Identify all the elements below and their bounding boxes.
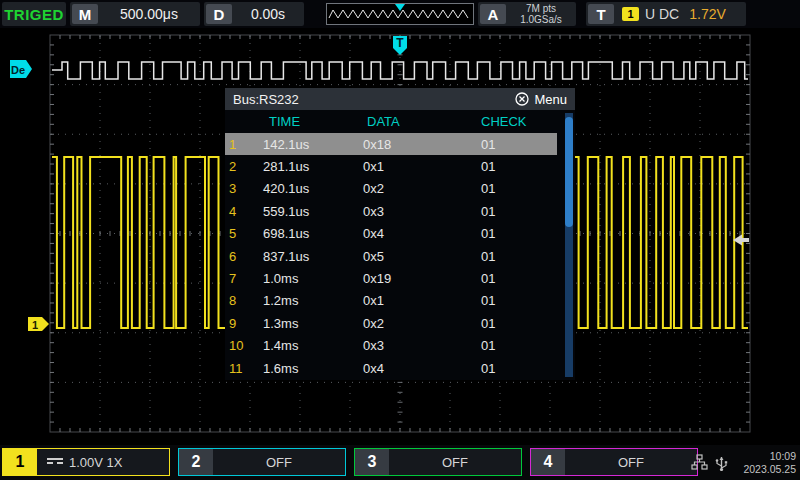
acquisition-rate: 1.0GSa/s — [506, 14, 576, 25]
popup-scrollbar[interactable] — [565, 113, 573, 377]
clock-date: 2023.05.25 — [743, 463, 796, 476]
bus-table-row[interactable]: 3420.1us0x201 — [225, 178, 575, 200]
row-data: 0x2 — [363, 316, 481, 331]
row-time: 837.1us — [263, 249, 363, 264]
channel-1-status: 1.00V 1X — [37, 455, 169, 470]
row-time: 698.1us — [263, 226, 363, 241]
top-status-bar: TRIGED M 500.00μs D 0.00s A 7M pts 1.0GS… — [0, 0, 800, 28]
row-check: 01 — [481, 361, 551, 376]
bus-table-row[interactable]: 1142.1us0x1801 — [225, 133, 557, 155]
row-time: 281.1us — [263, 159, 363, 174]
channel-3-box[interactable]: 3OFF — [354, 448, 522, 476]
channel-2-status: OFF — [213, 455, 345, 470]
channel-2-badge: 2 — [179, 449, 213, 475]
bus-decode-popup: Bus:RS232 Menu TIME DATA CHECK 1142.1us0… — [225, 88, 575, 380]
channel-3-status: OFF — [389, 455, 521, 470]
row-data: 0x2 — [363, 181, 481, 196]
acquisition-info: 7M pts 1.0GSa/s — [506, 3, 576, 25]
bus-table-row[interactable]: 101.4ms0x301 — [225, 335, 575, 357]
row-check: 01 — [481, 316, 551, 331]
row-data: 0x19 — [363, 271, 481, 286]
record-preview — [326, 3, 474, 25]
system-status-icons — [691, 445, 728, 480]
row-time: 1.2ms — [263, 293, 363, 308]
trigger-level-value: 1.72V — [689, 6, 726, 22]
row-check: 01 — [481, 159, 551, 174]
channel-4-status: OFF — [565, 455, 697, 470]
column-check: CHECK — [481, 114, 551, 129]
row-data: 0x4 — [363, 361, 481, 376]
row-check: 01 — [481, 293, 551, 308]
row-data: 0x3 — [363, 204, 481, 219]
column-time: TIME — [263, 114, 363, 129]
row-check: 01 — [481, 137, 551, 152]
acquisition-segment[interactable]: A 7M pts 1.0GSa/s — [478, 2, 576, 26]
trigger-status-text: TRIGED — [4, 6, 64, 23]
row-data: 0x4 — [363, 226, 481, 241]
bus-table-row[interactable]: 81.2ms0x101 — [225, 290, 575, 312]
row-num: 10 — [229, 338, 263, 353]
channel-3-badge: 3 — [355, 449, 389, 475]
menu-button[interactable]: Menu — [515, 92, 567, 107]
row-data: 0x1 — [363, 159, 481, 174]
bus-table-row[interactable]: 91.3ms0x201 — [225, 312, 575, 334]
channel-1-badge: 1 — [3, 449, 37, 475]
clock-time: 10:09 — [743, 450, 796, 463]
channel-4-badge: 4 — [531, 449, 565, 475]
bottom-channel-bar: 11.00V 1X2OFF3OFF4OFF 10:09 2023.05.25 — [0, 445, 800, 480]
row-time: 1.0ms — [263, 271, 363, 286]
column-data: DATA — [363, 114, 481, 129]
row-time: 1.4ms — [263, 338, 363, 353]
row-check: 01 — [481, 226, 551, 241]
clock: 10:09 2023.05.25 — [743, 450, 796, 476]
acquisition-points: 7M pts — [506, 3, 576, 14]
lan-icon — [691, 454, 708, 471]
bus-table-row[interactable]: 71.0ms0x1901 — [225, 267, 575, 289]
menu-button-label: Menu — [534, 92, 567, 107]
row-num: 5 — [229, 226, 263, 241]
row-check: 01 — [481, 271, 551, 286]
trigger-segment[interactable]: T 1 U DC 1.72V — [586, 2, 746, 26]
bus-table-row[interactable]: 4559.1us0x301 — [225, 200, 575, 222]
bus-table-row[interactable]: 5698.1us0x401 — [225, 223, 575, 245]
row-time: 1.6ms — [263, 361, 363, 376]
trigger-flag-label: T — [396, 36, 404, 50]
row-data: 0x3 — [363, 338, 481, 353]
timebase-label: M — [72, 4, 98, 24]
channel-4-box[interactable]: 4OFF — [530, 448, 698, 476]
delay-segment[interactable]: D 0.00s — [204, 2, 304, 26]
popup-title: Bus:RS232 — [233, 92, 299, 107]
row-num: 7 — [229, 271, 263, 286]
row-data: 0x5 — [363, 249, 481, 264]
row-time: 559.1us — [263, 204, 363, 219]
bus-table-header: TIME DATA CHECK — [225, 110, 575, 133]
channel-2-box[interactable]: 2OFF — [178, 448, 346, 476]
bus-table-body: 1142.1us0x18012281.1us0x1013420.1us0x201… — [225, 133, 575, 379]
row-data: 0x18 — [363, 137, 481, 152]
bus-table-row[interactable]: 2281.1us0x101 — [225, 155, 575, 177]
row-num: 8 — [229, 293, 263, 308]
row-num: 6 — [229, 249, 263, 264]
row-check: 01 — [481, 204, 551, 219]
usb-icon — [715, 454, 728, 472]
row-num: 2 — [229, 159, 263, 174]
channel-1-box[interactable]: 11.00V 1X — [2, 448, 170, 476]
row-time: 1.3ms — [263, 316, 363, 331]
bus-table-row[interactable]: 111.6ms0x401 — [225, 357, 575, 379]
popup-scrollbar-thumb[interactable] — [565, 117, 573, 227]
row-check: 01 — [481, 249, 551, 264]
timebase-segment[interactable]: M 500.00μs — [70, 2, 200, 26]
bus-table-row[interactable]: 6837.1us0x501 — [225, 245, 575, 267]
delay-label: D — [206, 4, 232, 24]
delay-value: 0.00s — [232, 6, 304, 22]
row-time: 142.1us — [263, 137, 363, 152]
row-check: 01 — [481, 338, 551, 353]
acquisition-label: A — [480, 4, 506, 24]
trigger-status: TRIGED — [2, 2, 66, 26]
dc-coupling-icon — [47, 458, 63, 467]
row-num: 9 — [229, 316, 263, 331]
row-num: 11 — [229, 361, 263, 376]
close-circle-icon — [515, 92, 529, 106]
timebase-value: 500.00μs — [98, 6, 200, 22]
trigger-source-badge: 1 — [622, 7, 639, 21]
